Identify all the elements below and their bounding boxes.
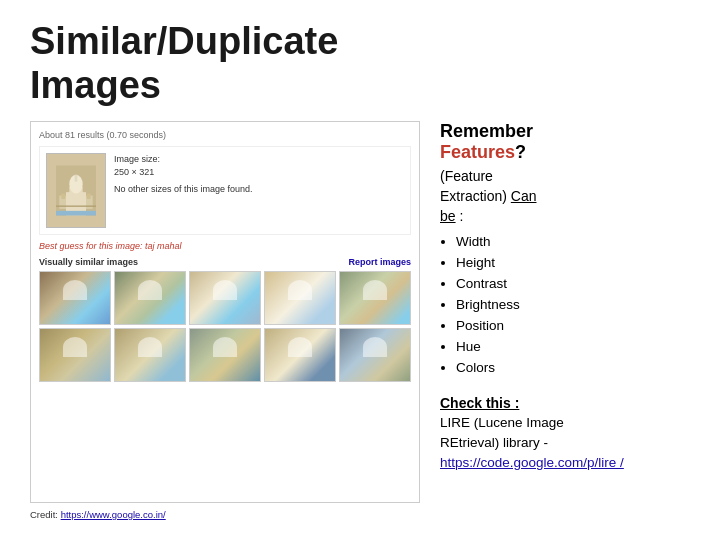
left-panel: About 81 results (0.70 seconds) — [30, 121, 420, 520]
bullet-hue: Hue — [456, 337, 690, 358]
feature-extraction-text: (FeatureExtraction) Canbe : — [440, 168, 537, 223]
credit-area: Credit: https://www.google.co.in/ — [30, 509, 420, 520]
bullet-list: Width Height Contrast Brightness Positio… — [456, 232, 690, 378]
image-size-label: Image size: — [114, 153, 253, 166]
feature-desc: (FeatureExtraction) Canbe : — [440, 167, 690, 226]
remember-features-block: Remember Features? — [440, 121, 690, 163]
lire-link[interactable]: https://code.google.com/p/lire / — [440, 455, 624, 470]
check-this-title: Check this : — [440, 395, 690, 411]
svg-rect-9 — [87, 194, 91, 199]
search-result-header: About 81 results (0.70 seconds) — [39, 130, 411, 140]
features-label: Features — [440, 142, 515, 162]
best-guess: Best guess for this image: taj mahal — [39, 241, 411, 251]
sim-thumb-5 — [339, 271, 411, 325]
bullet-position: Position — [456, 316, 690, 337]
credit-label: Credit: — [30, 509, 58, 520]
remember-label: Remember — [440, 121, 533, 141]
sim-thumb-1 — [39, 271, 111, 325]
visually-similar-bar: Visually similar images Report images — [39, 257, 411, 267]
sim-row-1 — [39, 271, 411, 325]
sim-thumb-8 — [189, 328, 261, 382]
check-this-body: LIRE (Lucene ImageREtrieval) library - h… — [440, 413, 690, 474]
image-result-box: Image size: 250 × 321 No other sizes of … — [39, 146, 411, 235]
svg-rect-4 — [75, 175, 78, 182]
svg-rect-7 — [56, 206, 96, 207]
slide-title: Similar/Duplicate Images — [30, 20, 690, 107]
main-content: About 81 results (0.70 seconds) — [30, 121, 690, 520]
sim-thumb-9 — [264, 328, 336, 382]
sim-row-2 — [39, 328, 411, 382]
bullet-contrast: Contrast — [456, 274, 690, 295]
report-images-link[interactable]: Report images — [348, 257, 411, 267]
best-guess-term: taj mahal — [145, 241, 182, 251]
question-mark: ? — [515, 142, 526, 162]
title-area: Similar/Duplicate Images — [30, 20, 690, 107]
slide-container: Similar/Duplicate Images About 81 result… — [0, 0, 720, 540]
sim-thumb-6 — [39, 328, 111, 382]
check-this-section: Check this : LIRE (Lucene ImageREtrieval… — [440, 395, 690, 474]
svg-rect-10 — [56, 211, 96, 216]
google-search-mock: About 81 results (0.70 seconds) — [30, 121, 420, 503]
best-guess-prefix: Best guess for this image: — [39, 241, 143, 251]
visually-similar-label: Visually similar images — [39, 257, 138, 267]
taj-mahal-thumb — [46, 153, 106, 228]
can-be-text: Canbe — [440, 188, 537, 224]
similar-images-grid — [39, 271, 411, 382]
bullet-width: Width — [456, 232, 690, 253]
sim-thumb-2 — [114, 271, 186, 325]
no-other-sizes: No other sizes of this image found. — [114, 183, 253, 196]
sim-thumb-3 — [189, 271, 261, 325]
right-panel: Remember Features? (FeatureExtraction) C… — [440, 121, 690, 520]
sim-thumb-7 — [114, 328, 186, 382]
image-size-value: 250 × 321 — [114, 166, 253, 179]
credit-link[interactable]: https://www.google.co.in/ — [61, 509, 166, 520]
sim-thumb-10 — [339, 328, 411, 382]
sim-thumb-4 — [264, 271, 336, 325]
bullet-colors: Colors — [456, 358, 690, 379]
bullet-brightness: Brightness — [456, 295, 690, 316]
bullet-height: Height — [456, 253, 690, 274]
svg-rect-8 — [61, 194, 65, 199]
image-info: Image size: 250 × 321 No other sizes of … — [114, 153, 253, 195]
